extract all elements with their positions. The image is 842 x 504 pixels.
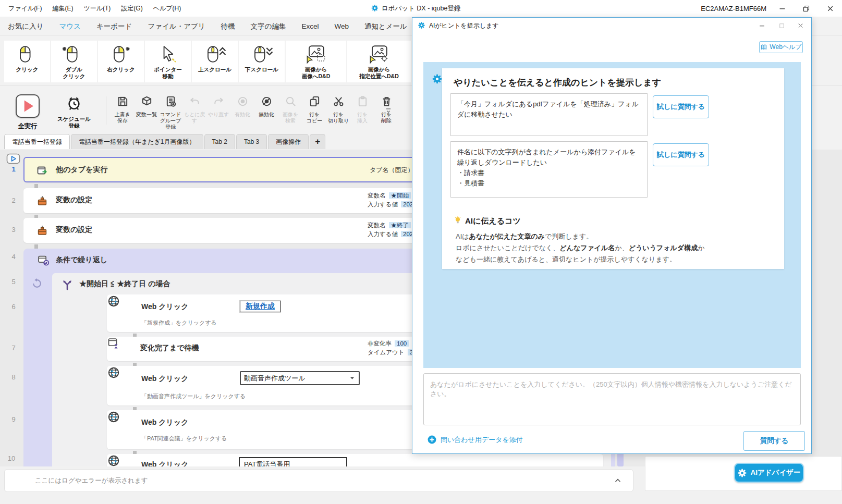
palette-card-4[interactable]: 上スクロール bbox=[192, 41, 238, 82]
web-help-button[interactable]: Webヘルプ bbox=[759, 41, 803, 53]
try-ask-button-1[interactable]: 試しに質問する bbox=[653, 95, 709, 118]
ribbon-tab-7[interactable]: Web bbox=[326, 17, 357, 35]
palette-card-label: 下スクロール bbox=[245, 66, 278, 73]
minimize-icon bbox=[758, 22, 766, 30]
script-tab-3[interactable]: Tab 3 bbox=[236, 134, 267, 149]
attach-data-button[interactable]: 問い合わせ用データを添付 bbox=[427, 435, 523, 445]
question-input[interactable] bbox=[423, 373, 801, 425]
palette-card-5[interactable]: 下スクロール bbox=[239, 41, 285, 82]
menu-item-3[interactable]: 設定(G) bbox=[116, 0, 148, 17]
script-tab-1[interactable]: 電話当番一括登録（年またぎ1月画像版） bbox=[71, 134, 203, 149]
toolbar-button-8[interactable]: 行を コピー bbox=[302, 95, 326, 130]
step-number-1: 1 bbox=[7, 165, 20, 173]
palette-card-6[interactable]: 画像から 画像へD&D bbox=[286, 41, 346, 82]
window-minimize-button[interactable] bbox=[771, 0, 794, 17]
toolbar-button-5: 有効化 bbox=[230, 95, 254, 130]
step-number-7: 7 bbox=[7, 344, 20, 352]
step-title: 変化完了まで待機 bbox=[140, 343, 199, 353]
script-tab-0[interactable]: 電話当番一括登録 bbox=[4, 134, 70, 149]
run-from-here-button[interactable] bbox=[6, 153, 20, 164]
toolbar-button-3: もとに戻す bbox=[182, 95, 206, 130]
ribbon-tab-1[interactable]: マウス bbox=[51, 17, 88, 35]
ask-button[interactable]: 質問する bbox=[743, 431, 805, 451]
robopat-dx-window: ファイル(F)編集(E)ツール(T)設定(G)ヘルプ(H) ロボパット DX -… bbox=[0, 0, 842, 504]
web-click-target-link[interactable]: 新規作成 bbox=[240, 301, 280, 312]
ribbon-tab-2[interactable]: キーボード bbox=[89, 17, 140, 35]
palette-card-7[interactable]: 画像から 指定位置へD&D bbox=[347, 41, 411, 82]
dialog-close-button[interactable] bbox=[791, 19, 809, 32]
new-tab-button[interactable]: + bbox=[310, 134, 325, 149]
app-title: ロボパット DX - iqube登録 bbox=[371, 0, 461, 17]
save-icon bbox=[117, 95, 129, 107]
ribbon-tab-3[interactable]: ファイル・アプリ bbox=[140, 17, 213, 35]
image-dnd-icon bbox=[302, 44, 330, 64]
ai-advisor-label: AIアドバイザー bbox=[750, 468, 800, 477]
ai-gear-icon bbox=[737, 468, 747, 478]
hint-card-header: やりたいことを伝えると作成のヒントを提示します bbox=[454, 77, 661, 89]
window-restore-button[interactable] bbox=[795, 0, 818, 17]
step-number-5: 5 bbox=[7, 278, 20, 286]
run-all-button[interactable]: 全実行 bbox=[15, 94, 41, 131]
script-tab-2[interactable]: Tab 2 bbox=[204, 134, 235, 149]
toolbar-overflow-button[interactable] bbox=[383, 105, 394, 115]
play-icon bbox=[16, 94, 40, 118]
menu-item-0[interactable]: ファイル(F) bbox=[3, 0, 47, 17]
toolbar-button-9[interactable]: 行を 切り取り bbox=[326, 95, 350, 130]
dropdown-value: 動画音声作成ツール bbox=[244, 374, 306, 383]
alarm-clock-icon bbox=[66, 95, 82, 111]
ribbon-tab-8[interactable]: 通知とメール bbox=[357, 17, 415, 35]
copy-row-icon bbox=[309, 95, 321, 107]
toolbar-button-0[interactable]: 上書き 保存 bbox=[111, 95, 135, 130]
branch-icon bbox=[60, 278, 74, 291]
ai-advisor-button[interactable]: AIアドバイザー bbox=[734, 463, 804, 483]
condition-title: ★開始日 ≦ ★終了日 の場合 bbox=[79, 279, 170, 289]
palette-card-2[interactable]: 右クリック bbox=[98, 41, 144, 82]
menu-item-4[interactable]: ヘルプ(H) bbox=[148, 0, 187, 17]
toolbar-button-label: やり直す bbox=[206, 112, 230, 118]
cut-row-icon bbox=[333, 95, 345, 107]
script-tab-4[interactable]: 画像操作 bbox=[268, 134, 309, 149]
palette-card-label: 上スクロール bbox=[198, 66, 231, 73]
menu-item-2[interactable]: ツール(T) bbox=[78, 0, 116, 17]
palette-card-label: 画像から 画像へD&D bbox=[302, 66, 331, 80]
command-group-icon bbox=[165, 95, 177, 107]
step-number-10: 10 bbox=[5, 454, 18, 462]
app-title-text: ロボパット DX - iqube登録 bbox=[382, 5, 461, 12]
log-panel[interactable]: ここにはログやエラーが表示されます bbox=[4, 469, 633, 492]
loop-command-icon bbox=[37, 254, 50, 267]
schedule-register-button[interactable]: スケジュール 登録 bbox=[48, 95, 100, 129]
palette-card-3[interactable]: ポインター 移動 bbox=[145, 41, 191, 82]
window-close-button[interactable] bbox=[819, 0, 842, 17]
web-click-dropdown[interactable]: 動画音声作成ツール bbox=[240, 371, 360, 385]
menu-item-1[interactable]: 編集(E) bbox=[47, 0, 78, 17]
dialog-title: AIがヒントを提示します bbox=[429, 18, 499, 33]
ribbon-tab-6[interactable]: Excel bbox=[294, 17, 326, 35]
web-click-target-box[interactable]: PAT電話当番用 bbox=[239, 457, 347, 466]
close-icon bbox=[797, 22, 804, 30]
ribbon-tab-5[interactable]: 文字の編集 bbox=[243, 17, 294, 35]
toolbar-button-6[interactable]: 無効化 bbox=[254, 95, 278, 130]
try-ask-button-2[interactable]: 試しに質問する bbox=[653, 143, 709, 166]
palette-card-1[interactable]: ダブル クリック bbox=[51, 41, 97, 82]
plus-circle-icon bbox=[427, 435, 437, 445]
toolbar-button-2[interactable]: コマンド グループ登録 bbox=[158, 95, 182, 130]
toolbar-button-1[interactable]: 変数一覧 bbox=[135, 95, 158, 130]
pointer-move-icon bbox=[154, 44, 181, 64]
variable-box-icon bbox=[36, 194, 48, 207]
step-title: Web クリック bbox=[141, 374, 189, 384]
dialog-minimize-button[interactable] bbox=[753, 19, 771, 32]
app-logo-gear-icon bbox=[371, 4, 379, 12]
palette-card-label: ポインター 移動 bbox=[154, 66, 181, 80]
palette-card-0[interactable]: クリック bbox=[4, 41, 50, 82]
ribbon-tab-4[interactable]: 待機 bbox=[213, 17, 243, 35]
ribbon-tab-0[interactable]: お気に入り bbox=[0, 17, 51, 35]
step-title: Web クリック bbox=[141, 302, 189, 312]
example-question-2: 件名に以下の文字列が含まれたメールから添付ファイルを繰り返しダウンロードしたい … bbox=[450, 141, 648, 198]
book-icon bbox=[760, 44, 767, 51]
log-expand-chevron-icon[interactable] bbox=[613, 476, 623, 485]
run-all-label: 全実行 bbox=[15, 122, 41, 131]
step-row-web-click-duty[interactable]: Web クリック PAT電話当番用 bbox=[107, 454, 603, 466]
step-param-label: タブ名（固定） bbox=[370, 166, 414, 175]
variables-icon bbox=[141, 95, 153, 107]
dialog-maximize-button[interactable] bbox=[773, 19, 790, 32]
